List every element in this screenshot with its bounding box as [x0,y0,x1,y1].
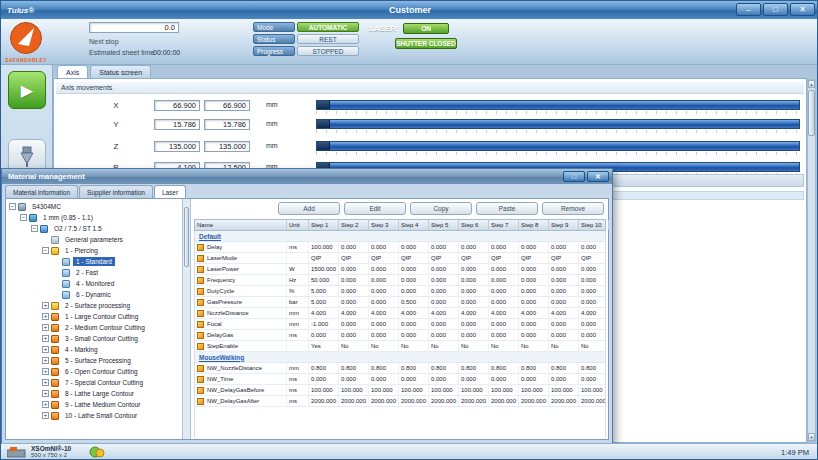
tree-item[interactable]: +6 - Open Contour Cutting [6,366,182,377]
collapse-icon[interactable]: − [42,247,49,254]
expand-icon[interactable]: + [42,324,49,331]
unit-cell: mm [287,308,309,318]
tree-item[interactable]: 1 - Standard [6,256,182,267]
dialog-tab-laser[interactable]: Laser [154,185,186,198]
collapse-icon[interactable]: − [31,225,38,232]
axis-actual-field[interactable]: 15.786 [204,119,250,130]
expand-icon[interactable]: + [42,412,49,419]
tree-item[interactable]: +8 - Lathe Large Contour [6,388,182,399]
vertical-scrollbar[interactable]: ▲ ▼ [807,79,816,442]
dialog-tab-supplier-information[interactable]: Supplier information [79,185,153,198]
expand-icon[interactable]: + [42,390,49,397]
tree-item[interactable]: +5 - Surface Processing [6,355,182,366]
unit-cell: mm [287,319,309,329]
table-row[interactable]: DelayGasms0.0000.0000.0000.0000.0000.000… [195,330,605,341]
copy-button[interactable]: Copy [410,202,472,215]
add-button[interactable]: Add [278,202,340,215]
tree-item[interactable]: General parameters [6,234,182,245]
step-value-cell: 100.000 [489,385,519,395]
tree-item[interactable]: +3 - Small Contour Cutting [6,333,182,344]
connection-status-icon[interactable] [89,446,105,458]
table-row[interactable]: GasPressurebar5.0000.0000.0000.5000.0000… [195,297,605,308]
expand-icon[interactable]: + [42,335,49,342]
dialog-buttons: AddEditCopyPasteRemove [274,202,604,215]
tree-item[interactable]: +10 - Lathe Small Contour [6,410,182,421]
tree-scrollbar[interactable] [182,199,191,439]
table-row[interactable]: NW_DelayGasAfterms2000.0002000.0002000.0… [195,396,605,407]
tree-item[interactable]: +9 - Lathe Medium Contour [6,399,182,410]
expand-icon[interactable]: + [42,313,49,320]
axis-target-field[interactable]: 135.000 [154,141,200,152]
table-row[interactable]: NW_Timems0.0000.0000.0000.0000.0000.0000… [195,374,605,385]
table-row[interactable]: Delayms100.0000.0000.0000.0000.0000.0000… [195,242,605,253]
axis-target-field[interactable]: 66.900 [154,100,200,111]
expand-icon[interactable]: + [42,346,49,353]
table-row[interactable]: Focalmm-1.0000.0000.0000.0000.0000.0000.… [195,319,605,330]
paste-button[interactable]: Paste [476,202,538,215]
edit-button[interactable]: Edit [344,202,406,215]
step-value-cell: 0.000 [549,374,579,384]
tab-status-screen[interactable]: Status screen [90,65,151,78]
tree-item[interactable]: 4 - Monitored [6,278,182,289]
restore-icon[interactable]: □ [763,3,788,16]
scroll-up-icon[interactable]: ▲ [808,80,815,88]
tree-scrollbar-thumb[interactable] [184,207,189,267]
table-row[interactable]: LaserPowerW1500.0000.0000.0000.0000.0000… [195,264,605,275]
table-row[interactable]: LaserModeQIPQIPQIPQIPQIPQIPQIPQIPQIPQIP [195,253,605,264]
expand-icon[interactable]: + [42,357,49,364]
collapse-icon[interactable]: − [20,214,27,221]
axis-target-field[interactable]: 15.786 [154,119,200,130]
tab-axis[interactable]: Axis [57,65,88,78]
table-row[interactable]: NozzleDistancemm4.0004.0004.0004.0004.00… [195,308,605,319]
tree-item[interactable]: −1 - Piercing [6,245,182,256]
dialog-restore-icon[interactable]: □ [563,171,585,182]
tree-item[interactable]: 6 - Dynamic [6,289,182,300]
tree-item[interactable]: −1 mm (0.85 - 1.1) [6,212,182,223]
collapse-icon[interactable]: − [9,203,16,210]
table-row[interactable]: DutyCycle%5.0000.0000.0000.0000.0000.000… [195,286,605,297]
laser-on-button[interactable]: ON [403,23,449,34]
tree-item[interactable]: +7 - Special Contour Cutting [6,377,182,388]
scrollbar-thumb[interactable] [808,90,815,136]
dialog-tab-material-information[interactable]: Material information [5,185,78,198]
expand-icon[interactable]: + [42,302,49,309]
step-value-cell: 0.000 [519,330,549,340]
tree-item[interactable]: +2 - Medium Contour Cutting [6,322,182,333]
shutter-closed-button[interactable]: SHUTTER CLOSED [395,38,457,49]
axis-position-bar [316,119,800,129]
expand-icon[interactable]: + [42,368,49,375]
step-value-cell: 0.000 [579,330,606,340]
tree-item[interactable]: +4 - Marking [6,344,182,355]
table-row[interactable]: NW_DelayGasBeforems100.000100.000100.000… [195,385,605,396]
scroll-down-icon[interactable]: ▼ [808,433,815,441]
contour-icon [51,324,59,332]
param-name-cell: Focal [195,319,287,329]
param-name-cell: NW_NozzleDistance [195,363,287,373]
param-name: NW_DelayGasAfter [207,398,259,404]
axis-position-marker [317,101,330,109]
table-row[interactable]: StepEnableYesNoNoNoNoNoNoNoNoNo [195,341,605,352]
remove-button[interactable]: Remove [542,202,604,215]
table-row[interactable]: NW_NozzleDistancemm0.8000.8000.8000.8000… [195,363,605,374]
tree-item[interactable]: 2 - Fast [6,267,182,278]
tree-item-label: 2 - Medium Contour Cutting [62,323,148,332]
step-value-cell: 0.000 [399,374,429,384]
tree-item[interactable]: +1 - Large Contour Cutting [6,311,182,322]
table-row[interactable]: FrequencyHz50.0000.0000.0000.0000.0000.0… [195,275,605,286]
close-icon[interactable]: ✕ [790,3,815,16]
expand-icon[interactable]: + [42,401,49,408]
tree-item[interactable]: +2 - Surface processing [6,300,182,311]
counter-field[interactable]: 0.0 [89,22,179,33]
minimize-icon[interactable]: – [736,3,761,16]
step-value-cell: 0.500 [399,297,429,307]
axis-actual-field[interactable]: 135.000 [204,141,250,152]
start-button[interactable]: ▶ [8,71,46,109]
company-logo-icon [9,21,43,59]
tree-item[interactable]: −S4304MC [6,201,182,212]
tree-item[interactable]: −O2 / 7.5 / ST 1.5 [6,223,182,234]
step-value-cell: QIP [399,253,429,263]
step-value-cell: 0.000 [369,264,399,274]
axis-actual-field[interactable]: 66.900 [204,100,250,111]
expand-icon[interactable]: + [42,379,49,386]
dialog-close-icon[interactable]: ✕ [587,171,609,182]
